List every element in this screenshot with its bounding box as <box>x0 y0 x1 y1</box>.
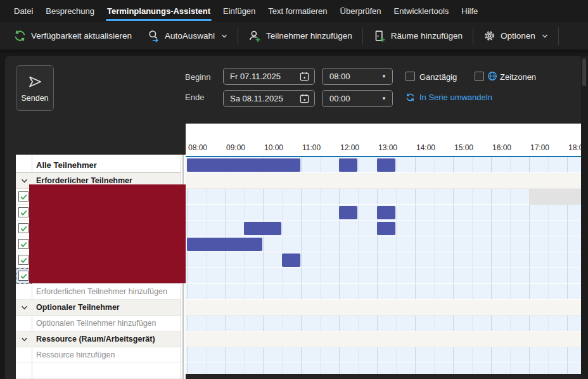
add-attendee-row[interactable]: Optionalen Teilnehmer hinzufügen <box>16 316 181 331</box>
busy-bar[interactable] <box>187 158 300 172</box>
end-label: Ende <box>185 93 204 102</box>
window-scrollbar[interactable] <box>581 56 588 379</box>
busy-bar[interactable] <box>377 222 395 235</box>
grid-row-add <box>186 347 581 363</box>
end-time-select[interactable]: 00:00 ▼ <box>322 90 393 107</box>
busy-bar[interactable] <box>377 158 395 172</box>
attendee-checkbox[interactable] <box>18 239 29 249</box>
calendar-icon[interactable] <box>300 94 309 103</box>
attendee-checkbox[interactable] <box>18 223 29 233</box>
grid-row-attendee <box>186 252 581 268</box>
grid-row-add <box>186 284 581 300</box>
availability-grid[interactable] <box>186 157 581 374</box>
all-day-checkbox[interactable] <box>406 72 415 81</box>
begin-date-value: Fr 07.11.2025 <box>230 72 300 81</box>
menu-tab-datei[interactable]: Datei <box>8 0 39 22</box>
attendee-checkbox[interactable] <box>18 255 29 265</box>
autopick-person-icon <box>147 30 160 42</box>
grid-row-group <box>186 173 581 189</box>
globe-icon <box>487 71 497 81</box>
no-information-block <box>529 189 581 205</box>
send-button[interactable]: Senden <box>16 65 54 111</box>
group-header-row[interactable]: Optionaler Teilnehmer <box>16 300 181 316</box>
hour-label: 12:00 <box>340 143 359 152</box>
menu-tab-besprechung[interactable]: Besprechung <box>39 0 101 22</box>
all-day-label: Ganztägig <box>419 72 457 82</box>
hour-label: 11:00 <box>302 143 321 152</box>
begin-time-select[interactable]: 08:00 ▼ <box>322 68 393 85</box>
hour-label: 18:00 <box>568 143 581 152</box>
menu-bar: DateiBesprechungTerminplanungs-Assistent… <box>0 0 588 22</box>
group-header-label: Optionaler Teilnehmer <box>16 303 120 312</box>
end-date-value: Sa 08.11.2025 <box>230 94 300 103</box>
add-attendee-row[interactable]: Erforderlichen Teilnehmer hinzufügen <box>16 284 181 300</box>
toolbar-button-verfügbarkeit-aktualisieren[interactable]: Verfügbarkeit aktualisieren <box>6 26 139 46</box>
add-attendee-label: Erforderlichen Teilnehmer hinzufügen <box>16 287 167 296</box>
toolbar-separator <box>473 27 473 45</box>
chevron-down-icon: ▼ <box>381 96 387 101</box>
toolbar-separator <box>558 27 559 45</box>
collapse-chevron-icon[interactable] <box>21 177 28 186</box>
grid-row-attendee <box>186 268 581 284</box>
add-attendee-label: Ressource hinzufügen <box>16 350 115 359</box>
hour-label: 16:00 <box>492 143 511 152</box>
toolbar-button-optionen[interactable]: Optionen <box>476 26 556 46</box>
timezones-checkbox[interactable] <box>475 72 484 81</box>
convert-to-series-link[interactable]: In Serie umwandeln <box>406 93 492 102</box>
add-person-icon <box>248 30 261 42</box>
menu-tab-hilfe[interactable]: Hilfe <box>455 0 484 22</box>
busy-bar[interactable] <box>244 222 281 235</box>
toolbar-button-räume-hinzufügen[interactable]: Räume hinzufügen <box>366 26 470 46</box>
toolbar-button-label: Verfügbarkeit aktualisieren <box>31 31 132 41</box>
timezones-label: Zeitzonen <box>500 72 536 82</box>
grid-row-attendee <box>186 205 581 221</box>
add-attendee-row[interactable]: Ressource hinzufügen <box>16 347 181 363</box>
busy-bar[interactable] <box>339 206 357 219</box>
toolbar-button-autoauswahl[interactable]: AutoAuswahl <box>139 26 235 46</box>
ribbon-toolbar: Verfügbarkeit aktualisierenAutoAuswahlTe… <box>0 22 588 53</box>
group-header-row[interactable]: Ressource (Raum/Arbeitsgerät) <box>16 331 181 347</box>
begin-time-value: 08:00 <box>329 72 381 81</box>
group-header-label: Erforderlicher Teilnehmer <box>16 176 132 185</box>
all-attendees-row[interactable]: Alle Teilnehmer <box>16 157 181 173</box>
menu-tab-überprüfen[interactable]: Überprüfen <box>334 0 388 22</box>
toolbar-button-label: AutoAuswahl <box>165 31 215 41</box>
hour-label: 17:00 <box>530 143 549 152</box>
all-attendees-label: Alle Teilnehmer <box>16 160 97 170</box>
chevron-down-icon: ▼ <box>381 74 387 79</box>
grid-row-attendee <box>186 189 581 205</box>
grid-row-group <box>186 300 581 316</box>
attendee-checkbox[interactable] <box>18 271 29 281</box>
scrollbar-thumb[interactable] <box>582 58 586 86</box>
grid-row-group <box>186 331 581 347</box>
menu-tab-text-formatieren[interactable]: Text formatieren <box>262 0 333 22</box>
toolbar-button-teilnehmer-hinzufügen[interactable]: Teilnehmer hinzufügen <box>241 26 360 46</box>
hour-label: 10:00 <box>264 143 283 152</box>
attendee-checkbox[interactable] <box>18 207 29 217</box>
busy-bar[interactable] <box>339 158 357 172</box>
menu-tab-entwicklertools[interactable]: Entwicklertools <box>388 0 456 22</box>
end-date-input[interactable]: Sa 08.11.2025 <box>223 90 315 107</box>
begin-date-input[interactable]: Fr 07.11.2025 <box>223 68 315 85</box>
toolbar-button-label: Räume hinzufügen <box>391 31 463 41</box>
add-attendee-label: Optionalen Teilnehmer hinzufügen <box>16 319 156 328</box>
toolbar-separator <box>238 27 238 45</box>
collapse-chevron-icon[interactable] <box>21 304 28 313</box>
calendar-icon[interactable] <box>300 72 309 81</box>
grid-row-add <box>186 316 581 331</box>
busy-bar[interactable] <box>282 254 300 267</box>
toolbar-button-label: Teilnehmer hinzufügen <box>266 31 352 41</box>
collapse-chevron-icon[interactable] <box>21 336 28 345</box>
busy-bar[interactable] <box>377 206 395 219</box>
menu-tab-einfügen[interactable]: Einfügen <box>217 0 262 22</box>
chevron-down-icon <box>221 33 227 39</box>
grid-row-summary <box>186 157 581 173</box>
menu-tab-terminplanungs-assistent[interactable]: Terminplanungs-Assistent <box>101 0 217 22</box>
hour-label: 08:00 <box>188 143 207 152</box>
busy-bar[interactable] <box>187 238 262 251</box>
hour-label: 13:00 <box>378 143 397 152</box>
attendee-checkbox[interactable] <box>18 191 29 202</box>
redaction-overlay <box>29 184 186 283</box>
scheduling-assistant-window: DateiBesprechungTerminplanungs-Assistent… <box>0 0 588 379</box>
hour-label: 09:00 <box>226 143 245 152</box>
